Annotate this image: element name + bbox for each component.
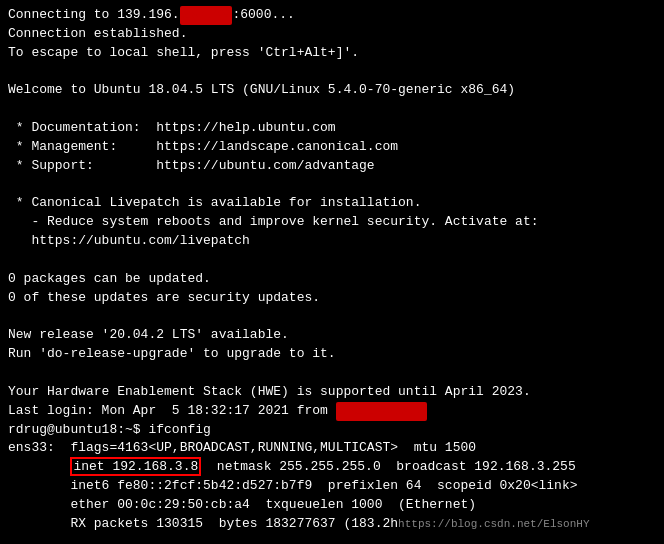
line-hwe: Your Hardware Enablement Stack (HWE) is … (8, 383, 656, 402)
line-pkg-update: 0 packages can be updated. (8, 270, 656, 289)
line-rx: RX packets 130315 bytes 183277637 (183.2… (8, 515, 656, 534)
line-livepatch-url: https://ubuntu.com/livepatch (8, 232, 656, 251)
line-blank-1 (8, 63, 656, 82)
line-welcome: Welcome to Ubuntu 18.04.5 LTS (GNU/Linux… (8, 81, 656, 100)
terminal-window: Connecting to 139.196.207.60:6000... Con… (0, 0, 664, 544)
line-inet6: inet6 fe80::2fcf:5b42:d527:b7f9 prefixle… (8, 477, 656, 496)
line-livepatch: * Canonical Livepatch is available for i… (8, 194, 656, 213)
line-new-release: New release '20.04.2 LTS' available. (8, 326, 656, 345)
line-ether: ether 00:0c:29:50:cb:a4 txqueuelen 1000 … (8, 496, 656, 515)
line-inet: inet 192.168.3.8 netmask 255.255.255.0 b… (8, 458, 656, 477)
line-do-release: Run 'do-release-upgrade' to upgrade to i… (8, 345, 656, 364)
line-blank-3 (8, 176, 656, 195)
line-doc: * Documentation: https://help.ubuntu.com (8, 119, 656, 138)
line-reduce: - Reduce system reboots and improve kern… (8, 213, 656, 232)
line-ens33-flags: ens33: flags=4163<UP,BROADCAST,RUNNING,M… (8, 439, 656, 458)
inet-highlight-box: inet 192.168.3.8 (70, 457, 201, 476)
redacted-ip-1: 207.60 (180, 6, 233, 25)
line-connecting: Connecting to 139.196.207.60:6000... (8, 6, 656, 25)
line-blank-4 (8, 251, 656, 270)
line-conn-established: Connection established. (8, 25, 656, 44)
line-blank-2 (8, 100, 656, 119)
watermark-inline: https://blog.csdn.net/ElsonHY (398, 518, 589, 530)
line-escape-info: To escape to local shell, press 'Ctrl+Al… (8, 44, 656, 63)
line-ifconfig-cmd: rdrug@ubuntu18:~$ ifconfig (8, 421, 656, 440)
line-security-update: 0 of these updates are security updates. (8, 289, 656, 308)
line-blank-6 (8, 364, 656, 383)
line-support: * Support: https://ubuntu.com/advantage (8, 157, 656, 176)
line-last-login: Last login: Mon Apr 5 18:32:17 2021 from… (8, 402, 656, 421)
line-mgmt: * Management: https://landscape.canonica… (8, 138, 656, 157)
line-blank-5 (8, 308, 656, 327)
redacted-ip-2: 192.168.x.x (336, 402, 428, 421)
